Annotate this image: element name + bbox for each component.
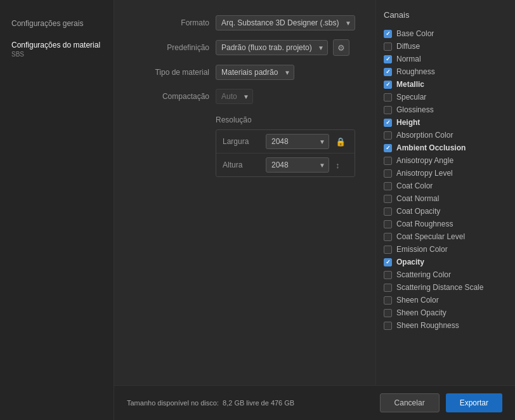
channel-item-specular[interactable]: Specular bbox=[384, 91, 507, 103]
channel-label-height: Height bbox=[396, 118, 420, 127]
channel-item-emission-color[interactable]: Emission Color bbox=[384, 243, 507, 256]
sidebar: Configurações gerais Configurações do ma… bbox=[0, 0, 114, 420]
compactacao-label: Compactação bbox=[133, 92, 209, 101]
channel-label-normal: Normal bbox=[396, 55, 421, 63]
export-button[interactable]: Exportar bbox=[446, 393, 502, 412]
channel-item-coat-roughness[interactable]: Coat Roughness bbox=[384, 218, 507, 230]
predefinicao-control: Padrão (fluxo trab. projeto) ▼ ⚙ bbox=[216, 39, 356, 56]
channel-checkbox-emission-color[interactable] bbox=[384, 246, 392, 254]
channel-item-anisotropy-level[interactable]: Anisotropy Level bbox=[384, 167, 507, 180]
channel-item-scattering-distance-scale[interactable]: Scattering Distance Scale bbox=[384, 281, 507, 294]
altura-select-wrapper[interactable]: 2048 ▼ bbox=[266, 157, 329, 173]
cancel-button[interactable]: Cancelar bbox=[380, 393, 440, 412]
largura-select[interactable]: 2048 bbox=[266, 134, 329, 149]
tipo-row: Tipo de material Materiais padrão ▼ bbox=[133, 65, 356, 80]
channel-label-coat-color: Coat Color bbox=[396, 181, 433, 190]
sidebar-item-general-label: Configurações gerais bbox=[11, 19, 83, 28]
predefinicao-select-wrapper[interactable]: Padrão (fluxo trab. projeto) ▼ bbox=[216, 40, 328, 55]
formato-control: Arq. Substance 3D Designer (.sbs) ▼ bbox=[216, 15, 356, 30]
channel-checkbox-metallic[interactable] bbox=[384, 81, 392, 89]
channel-item-anisotropy-angle[interactable]: Anisotropy Angle bbox=[384, 154, 507, 167]
predefinicao-label: Predefinição bbox=[133, 43, 209, 52]
channel-item-scattering-color[interactable]: Scattering Color bbox=[384, 268, 507, 281]
channel-checkbox-scattering-distance-scale[interactable] bbox=[384, 284, 392, 292]
channel-item-metallic[interactable]: Metallic bbox=[384, 78, 507, 91]
channel-label-ambient-occlusion: Ambient Occlusion bbox=[396, 143, 466, 152]
altura-row: Altura 2048 ▼ ↕ bbox=[216, 154, 355, 176]
tipo-control: Materiais padrão ▼ bbox=[216, 65, 356, 80]
largura-label: Largura bbox=[223, 137, 261, 146]
channel-label-roughness: Roughness bbox=[396, 67, 435, 76]
altura-label: Altura bbox=[223, 161, 261, 169]
channel-checkbox-sheen-roughness[interactable] bbox=[384, 322, 392, 330]
channel-item-sheen-opacity[interactable]: Sheen Opacity bbox=[384, 306, 507, 319]
channel-item-diffuse[interactable]: Diffuse bbox=[384, 40, 507, 53]
resolution-section: Resolução Largura 2048 ▼ 🔒 bbox=[133, 115, 356, 177]
largura-select-wrapper[interactable]: 2048 ▼ bbox=[266, 134, 329, 149]
channel-item-coat-opacity[interactable]: Coat Opacity bbox=[384, 205, 507, 218]
channel-checkbox-anisotropy-level[interactable] bbox=[384, 169, 392, 178]
channel-item-roughness[interactable]: Roughness bbox=[384, 65, 507, 78]
tipo-select[interactable]: Materiais padrão bbox=[216, 65, 294, 80]
channel-checkbox-coat-roughness[interactable] bbox=[384, 220, 392, 228]
channel-checkbox-opacity[interactable] bbox=[384, 258, 392, 266]
channel-item-sheen-roughness[interactable]: Sheen Roughness bbox=[384, 319, 507, 332]
channel-label-coat-opacity: Coat Opacity bbox=[396, 207, 440, 216]
channel-item-ambient-occlusion[interactable]: Ambient Occlusion bbox=[384, 141, 507, 154]
sidebar-item-material-sub: SBS bbox=[11, 51, 102, 58]
channel-checkbox-sheen-opacity[interactable] bbox=[384, 309, 392, 317]
altura-select[interactable]: 2048 bbox=[266, 157, 329, 173]
channel-item-height[interactable]: Height bbox=[384, 116, 507, 129]
channel-label-sheen-opacity: Sheen Opacity bbox=[396, 308, 447, 317]
channel-checkbox-specular[interactable] bbox=[384, 93, 392, 102]
channel-label-coat-normal: Coat Normal bbox=[396, 194, 439, 203]
channel-item-absorption-color[interactable]: Absorption Color bbox=[384, 129, 507, 141]
channel-checkbox-ambient-occlusion[interactable] bbox=[384, 144, 392, 152]
channel-item-normal[interactable]: Normal bbox=[384, 53, 507, 65]
channel-label-scattering-color: Scattering Color bbox=[396, 270, 451, 279]
channel-checkbox-height[interactable] bbox=[384, 119, 392, 127]
channel-checkbox-scattering-color[interactable] bbox=[384, 271, 392, 279]
compactacao-control: Auto ▼ bbox=[216, 89, 356, 104]
footer-disk-info: Tamanho disponível no disco: 8,2 GB livr… bbox=[127, 399, 294, 407]
predefinicao-select[interactable]: Padrão (fluxo trab. projeto) bbox=[216, 40, 328, 55]
channel-checkbox-coat-normal[interactable] bbox=[384, 195, 392, 203]
channel-label-metallic: Metallic bbox=[396, 80, 424, 89]
channel-item-base-color[interactable]: Base Color bbox=[384, 27, 507, 40]
lock-icon[interactable]: 🔒 bbox=[334, 136, 347, 148]
compactacao-row: Compactação Auto ▼ bbox=[133, 89, 356, 104]
channel-label-diffuse: Diffuse bbox=[396, 42, 420, 51]
largura-row: Largura 2048 ▼ 🔒 bbox=[216, 130, 355, 154]
channel-checkbox-coat-color[interactable] bbox=[384, 182, 392, 190]
gear-button[interactable]: ⚙ bbox=[333, 39, 349, 56]
channel-checkbox-diffuse[interactable] bbox=[384, 43, 392, 51]
channel-label-anisotropy-level: Anisotropy Level bbox=[396, 169, 453, 178]
channel-checkbox-glossiness[interactable] bbox=[384, 106, 392, 114]
channel-label-base-color: Base Color bbox=[396, 29, 434, 38]
channel-checkbox-sheen-color[interactable] bbox=[384, 296, 392, 305]
channel-label-coat-specular-level: Coat Specular Level bbox=[396, 232, 465, 241]
channel-checkbox-coat-opacity[interactable] bbox=[384, 207, 392, 216]
channel-item-sheen-color[interactable]: Sheen Color bbox=[384, 294, 507, 306]
channel-checkbox-anisotropy-angle[interactable] bbox=[384, 157, 392, 165]
formato-select[interactable]: Arq. Substance 3D Designer (.sbs) bbox=[216, 15, 355, 30]
channel-checkbox-base-color[interactable] bbox=[384, 30, 392, 38]
channel-item-coat-specular-level[interactable]: Coat Specular Level bbox=[384, 230, 507, 243]
channel-item-opacity[interactable]: Opacity bbox=[384, 256, 507, 268]
channel-item-coat-normal[interactable]: Coat Normal bbox=[384, 192, 507, 205]
channel-checkbox-roughness[interactable] bbox=[384, 68, 392, 76]
channel-checkbox-coat-specular-level[interactable] bbox=[384, 233, 392, 241]
channel-label-coat-roughness: Coat Roughness bbox=[396, 220, 453, 228]
channel-label-opacity: Opacity bbox=[396, 258, 424, 266]
channel-label-sheen-color: Sheen Color bbox=[396, 296, 439, 305]
formato-select-wrapper[interactable]: Arq. Substance 3D Designer (.sbs) ▼ bbox=[216, 15, 355, 30]
channel-item-glossiness[interactable]: Glossiness bbox=[384, 103, 507, 116]
channel-item-coat-color[interactable]: Coat Color bbox=[384, 180, 507, 192]
sidebar-item-general[interactable]: Configurações gerais bbox=[0, 13, 114, 34]
channel-checkbox-normal[interactable] bbox=[384, 55, 392, 63]
tipo-select-wrapper[interactable]: Materiais padrão ▼ bbox=[216, 65, 294, 80]
channel-checkbox-absorption-color[interactable] bbox=[384, 131, 392, 140]
formato-label: Formato bbox=[133, 18, 209, 27]
sidebar-item-material[interactable]: Configurações do material SBS bbox=[0, 34, 114, 64]
swap-icon[interactable]: ↕ bbox=[334, 159, 341, 171]
